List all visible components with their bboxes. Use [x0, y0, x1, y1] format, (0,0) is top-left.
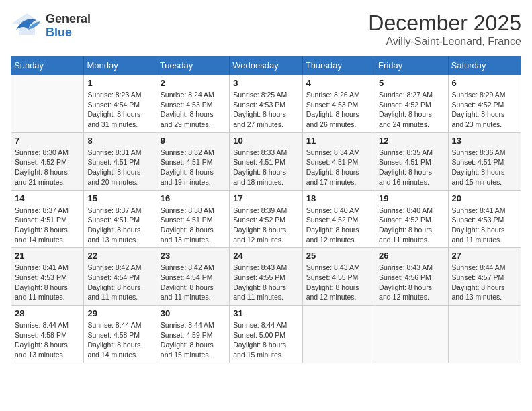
calendar-week-row: 14Sunrise: 8:37 AMSunset: 4:51 PMDayligh… — [11, 190, 521, 248]
calendar-cell: 13Sunrise: 8:36 AMSunset: 4:51 PMDayligh… — [448, 132, 521, 190]
logo-text: General Blue — [46, 13, 91, 40]
day-info: Sunrise: 8:43 AMSunset: 4:55 PMDaylight:… — [306, 263, 371, 302]
calendar-cell: 31Sunrise: 8:44 AMSunset: 5:00 PMDayligh… — [230, 306, 302, 363]
calendar-week-row: 7Sunrise: 8:30 AMSunset: 4:52 PMDaylight… — [11, 132, 521, 190]
day-number: 14 — [15, 193, 80, 203]
day-number: 20 — [452, 193, 517, 203]
day-info: Sunrise: 8:36 AMSunset: 4:51 PMDaylight:… — [452, 148, 517, 187]
day-info: Sunrise: 8:37 AMSunset: 4:51 PMDaylight:… — [87, 205, 152, 245]
col-header-tuesday: Tuesday — [157, 56, 229, 75]
day-number: 11 — [306, 136, 371, 146]
day-number: 29 — [87, 308, 152, 318]
calendar-cell: 27Sunrise: 8:44 AMSunset: 4:57 PMDayligh… — [448, 248, 521, 306]
day-number: 30 — [161, 308, 226, 318]
calendar-table: SundayMondayTuesdayWednesdayThursdayFrid… — [11, 56, 521, 363]
day-number: 18 — [306, 193, 371, 203]
day-info: Sunrise: 8:44 AMSunset: 5:00 PMDaylight:… — [233, 320, 298, 360]
calendar-cell: 17Sunrise: 8:39 AMSunset: 4:52 PMDayligh… — [230, 190, 302, 248]
logo-icon — [11, 11, 43, 41]
day-info: Sunrise: 8:40 AMSunset: 4:52 PMDaylight:… — [306, 205, 371, 245]
calendar-cell: 14Sunrise: 8:37 AMSunset: 4:51 PMDayligh… — [11, 190, 84, 248]
day-number: 16 — [161, 193, 226, 203]
calendar-cell: 7Sunrise: 8:30 AMSunset: 4:52 PMDaylight… — [11, 132, 84, 190]
page-header: General Blue December 2025 Avilly-Saint-… — [11, 11, 521, 48]
day-number: 26 — [379, 250, 444, 261]
col-header-sunday: Sunday — [11, 56, 84, 75]
day-number: 3 — [233, 78, 298, 88]
col-header-monday: Monday — [84, 56, 157, 75]
day-number: 7 — [15, 136, 80, 146]
day-info: Sunrise: 8:39 AMSunset: 4:52 PMDaylight:… — [233, 205, 298, 245]
calendar-cell: 10Sunrise: 8:33 AMSunset: 4:51 PMDayligh… — [230, 132, 302, 190]
calendar-cell: 21Sunrise: 8:41 AMSunset: 4:53 PMDayligh… — [11, 248, 84, 306]
day-number: 31 — [233, 308, 298, 318]
day-number: 17 — [233, 193, 298, 203]
day-number: 27 — [452, 250, 517, 261]
day-number: 28 — [15, 308, 80, 318]
calendar-week-row: 21Sunrise: 8:41 AMSunset: 4:53 PMDayligh… — [11, 248, 521, 306]
calendar-cell: 9Sunrise: 8:32 AMSunset: 4:51 PMDaylight… — [157, 132, 229, 190]
day-info: Sunrise: 8:37 AMSunset: 4:51 PMDaylight:… — [15, 205, 80, 245]
calendar-cell: 30Sunrise: 8:44 AMSunset: 4:59 PMDayligh… — [157, 306, 229, 363]
day-info: Sunrise: 8:29 AMSunset: 4:52 PMDaylight:… — [452, 90, 517, 130]
day-info: Sunrise: 8:27 AMSunset: 4:52 PMDaylight:… — [379, 90, 444, 130]
calendar-cell: 1Sunrise: 8:23 AMSunset: 4:54 PMDaylight… — [84, 75, 157, 133]
day-info: Sunrise: 8:44 AMSunset: 4:58 PMDaylight:… — [87, 320, 152, 360]
day-number: 8 — [87, 136, 152, 146]
calendar-cell: 3Sunrise: 8:25 AMSunset: 4:53 PMDaylight… — [230, 75, 302, 133]
day-info: Sunrise: 8:33 AMSunset: 4:51 PMDaylight:… — [233, 148, 298, 187]
day-info: Sunrise: 8:43 AMSunset: 4:56 PMDaylight:… — [379, 263, 444, 302]
calendar-cell: 25Sunrise: 8:43 AMSunset: 4:55 PMDayligh… — [302, 248, 375, 306]
day-info: Sunrise: 8:41 AMSunset: 4:53 PMDaylight:… — [15, 263, 80, 302]
day-info: Sunrise: 8:24 AMSunset: 4:53 PMDaylight:… — [161, 90, 226, 130]
day-number: 25 — [306, 250, 371, 261]
day-number: 2 — [161, 78, 226, 88]
day-number: 10 — [233, 136, 298, 146]
logo: General Blue — [11, 11, 91, 41]
calendar-header-row: SundayMondayTuesdayWednesdayThursdayFrid… — [11, 56, 521, 75]
day-info: Sunrise: 8:44 AMSunset: 4:58 PMDaylight:… — [15, 320, 80, 360]
calendar-cell: 20Sunrise: 8:41 AMSunset: 4:53 PMDayligh… — [448, 190, 521, 248]
day-number: 15 — [87, 193, 152, 203]
day-info: Sunrise: 8:44 AMSunset: 4:59 PMDaylight:… — [161, 320, 226, 360]
day-info: Sunrise: 8:42 AMSunset: 4:54 PMDaylight:… — [87, 263, 152, 302]
logo-general-text: General — [46, 13, 91, 26]
col-header-friday: Friday — [375, 56, 448, 75]
calendar-cell: 18Sunrise: 8:40 AMSunset: 4:52 PMDayligh… — [302, 190, 375, 248]
calendar-cell: 23Sunrise: 8:42 AMSunset: 4:54 PMDayligh… — [157, 248, 229, 306]
calendar-cell: 26Sunrise: 8:43 AMSunset: 4:56 PMDayligh… — [375, 248, 448, 306]
day-info: Sunrise: 8:41 AMSunset: 4:53 PMDaylight:… — [452, 205, 517, 245]
day-info: Sunrise: 8:25 AMSunset: 4:53 PMDaylight:… — [233, 90, 298, 130]
calendar-cell — [302, 306, 375, 363]
month-title: December 2025 — [368, 11, 521, 36]
calendar-cell: 6Sunrise: 8:29 AMSunset: 4:52 PMDaylight… — [448, 75, 521, 133]
calendar-cell: 22Sunrise: 8:42 AMSunset: 4:54 PMDayligh… — [84, 248, 157, 306]
calendar-cell: 16Sunrise: 8:38 AMSunset: 4:51 PMDayligh… — [157, 190, 229, 248]
day-number: 22 — [87, 250, 152, 261]
day-info: Sunrise: 8:32 AMSunset: 4:51 PMDaylight:… — [161, 148, 226, 187]
day-number: 1 — [87, 78, 152, 88]
calendar-week-row: 1Sunrise: 8:23 AMSunset: 4:54 PMDaylight… — [11, 75, 521, 133]
calendar-cell: 15Sunrise: 8:37 AMSunset: 4:51 PMDayligh… — [84, 190, 157, 248]
calendar-cell: 5Sunrise: 8:27 AMSunset: 4:52 PMDaylight… — [375, 75, 448, 133]
col-header-saturday: Saturday — [448, 56, 521, 75]
day-info: Sunrise: 8:38 AMSunset: 4:51 PMDaylight:… — [161, 205, 226, 245]
day-info: Sunrise: 8:40 AMSunset: 4:52 PMDaylight:… — [379, 205, 444, 245]
day-info: Sunrise: 8:42 AMSunset: 4:54 PMDaylight:… — [161, 263, 226, 302]
col-header-wednesday: Wednesday — [230, 56, 302, 75]
calendar-cell: 29Sunrise: 8:44 AMSunset: 4:58 PMDayligh… — [84, 306, 157, 363]
day-number: 13 — [452, 136, 517, 146]
day-info: Sunrise: 8:44 AMSunset: 4:57 PMDaylight:… — [452, 263, 517, 302]
calendar-cell: 8Sunrise: 8:31 AMSunset: 4:51 PMDaylight… — [84, 132, 157, 190]
day-info: Sunrise: 8:26 AMSunset: 4:53 PMDaylight:… — [306, 90, 371, 130]
logo-blue-text: Blue — [46, 26, 91, 40]
day-info: Sunrise: 8:43 AMSunset: 4:55 PMDaylight:… — [233, 263, 298, 302]
calendar-cell: 11Sunrise: 8:34 AMSunset: 4:51 PMDayligh… — [302, 132, 375, 190]
calendar-cell: 24Sunrise: 8:43 AMSunset: 4:55 PMDayligh… — [230, 248, 302, 306]
day-info: Sunrise: 8:23 AMSunset: 4:54 PMDaylight:… — [87, 90, 152, 130]
title-block: December 2025 Avilly-Saint-Leonard, Fran… — [368, 11, 521, 48]
day-number: 21 — [15, 250, 80, 261]
day-number: 6 — [452, 78, 517, 88]
day-info: Sunrise: 8:34 AMSunset: 4:51 PMDaylight:… — [306, 148, 371, 187]
day-number: 9 — [161, 136, 226, 146]
